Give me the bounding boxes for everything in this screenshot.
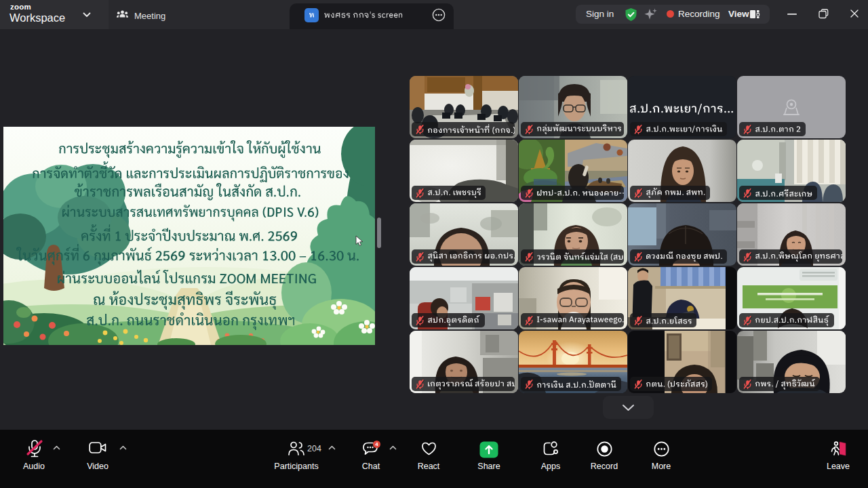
- svg-text:4: 4: [375, 441, 378, 447]
